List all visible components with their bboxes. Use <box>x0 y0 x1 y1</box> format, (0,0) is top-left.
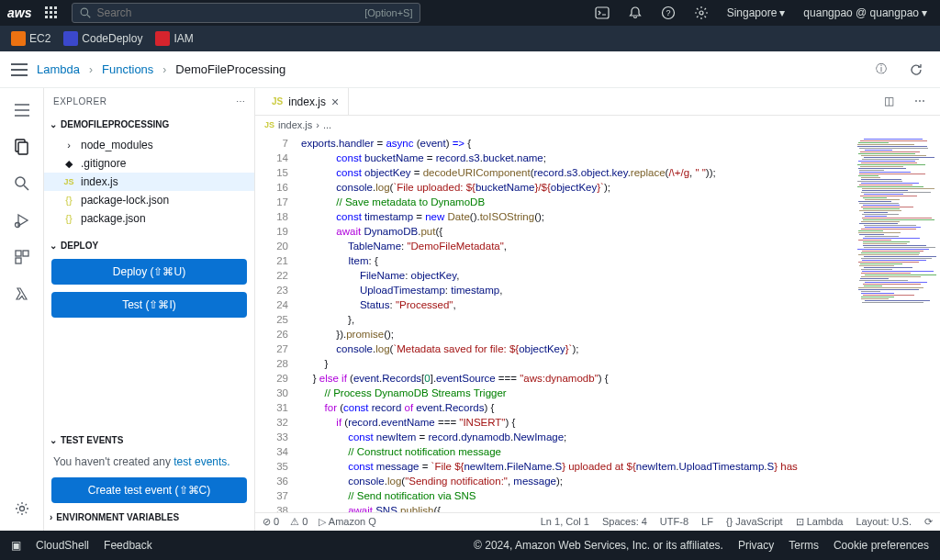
search-input[interactable] <box>96 6 359 19</box>
tree-item[interactable]: JSindex.js <box>44 173 254 191</box>
svc-ec2[interactable]: EC2 <box>7 29 54 48</box>
hamburger-icon[interactable] <box>11 63 28 76</box>
gear-icon[interactable] <box>6 492 39 525</box>
status-eol[interactable]: LF <box>701 516 713 528</box>
editor-tab-bar: JS index.js × ◫ ⋯ <box>255 88 940 116</box>
status-bell-icon[interactable]: ⟳ <box>924 516 933 528</box>
chevron-down-icon: ▾ <box>922 6 927 19</box>
refresh-icon[interactable] <box>903 57 929 83</box>
code-editor[interactable]: 7141516171819202122232425262728293031323… <box>255 134 940 512</box>
chevron-right-icon: › <box>162 63 166 76</box>
notifications-icon[interactable] <box>622 0 648 26</box>
global-search[interactable]: [Option+S] <box>72 3 420 23</box>
test-events-link[interactable]: test events. <box>173 455 229 468</box>
aws-lambda-icon[interactable] <box>6 277 39 310</box>
region-selector[interactable]: Singapore ▾ <box>722 6 791 19</box>
svg-point-9 <box>82 8 89 16</box>
split-editor-icon[interactable]: ◫ <box>876 88 901 114</box>
svg-point-17 <box>16 177 25 186</box>
svg-rect-21 <box>23 251 28 256</box>
file-icon: ◆ <box>62 158 75 170</box>
cloudshell-icon[interactable] <box>589 0 615 26</box>
extensions-icon[interactable] <box>6 241 39 274</box>
editor-tab-indexjs[interactable]: JS index.js × <box>263 88 349 115</box>
info-icon[interactable]: ⓘ <box>868 57 894 83</box>
services-grid-icon[interactable] <box>39 0 64 26</box>
env-section-header[interactable]: › ENVIRONMENT VARIABLES <box>44 507 254 527</box>
status-errors[interactable]: ⊘ 0 <box>263 516 279 528</box>
editor-breadcrumb[interactable]: JS index.js › ... <box>255 116 940 134</box>
minimap[interactable] <box>857 138 936 285</box>
tree-item[interactable]: ◆.gitignore <box>44 154 254 173</box>
testevents-section-header[interactable]: ⌄ TEST EVENTS <box>44 430 254 450</box>
status-amazon-q[interactable]: ▷ Amazon Q <box>319 516 375 528</box>
chevron-right-icon: › <box>50 512 52 522</box>
footer-cloudshell[interactable]: CloudShell <box>36 539 89 552</box>
chevron-down-icon: ⌄ <box>50 241 57 251</box>
chevron-down-icon: ⌄ <box>50 119 57 129</box>
crumb-functions[interactable]: Functions <box>102 62 153 76</box>
tree-item[interactable]: {}package.json <box>44 209 254 228</box>
svg-rect-16 <box>18 142 28 154</box>
breadcrumb-bar: Lambda › Functions › DemoFileProcessing … <box>0 51 940 88</box>
line-gutter: 7141516171819202122232425262728293031323… <box>255 134 296 512</box>
explorer-header: EXPLORER ⋯ <box>44 88 254 114</box>
folder-icon: › <box>62 140 75 151</box>
status-encoding[interactable]: UTF-8 <box>660 516 688 528</box>
tree-item[interactable]: {}package-lock.json <box>44 191 254 209</box>
aws-logo[interactable]: aws <box>7 6 31 20</box>
svg-line-10 <box>87 15 90 17</box>
more-icon[interactable]: ⋯ <box>907 88 933 114</box>
js-file-icon: JS <box>264 120 274 129</box>
account-menu[interactable]: quangpao @ quangpao ▾ <box>798 6 933 19</box>
status-spaces[interactable]: Spaces: 4 <box>602 516 647 528</box>
editor-main: JS index.js × ◫ ⋯ JS index.js › ... 7141… <box>255 88 940 531</box>
file-icon: {} <box>62 213 75 224</box>
footer-privacy[interactable]: Privacy <box>738 539 774 552</box>
svg-rect-2 <box>54 6 57 9</box>
chevron-right-icon: › <box>89 63 93 76</box>
status-layout[interactable]: Layout: U.S. <box>856 516 912 528</box>
settings-icon[interactable] <box>688 0 714 26</box>
menu-icon[interactable] <box>6 94 39 127</box>
js-file-icon: JS <box>272 96 283 106</box>
search-shortcut-hint: [Option+S] <box>364 7 412 18</box>
svg-rect-1 <box>50 6 52 9</box>
tree-item[interactable]: ›node_modules <box>44 136 254 154</box>
deploy-section-header[interactable]: ⌄ DEPLOY <box>44 235 254 255</box>
search-panel-icon[interactable] <box>6 167 39 200</box>
svg-rect-4 <box>50 11 52 14</box>
explorer-icon[interactable] <box>6 130 39 163</box>
svc-iam[interactable]: IAM <box>151 29 196 48</box>
footer-feedback[interactable]: Feedback <box>104 539 152 552</box>
crumb-lambda[interactable]: Lambda <box>37 62 80 76</box>
svc-codedeploy[interactable]: CodeDeploy <box>60 29 146 48</box>
svg-line-18 <box>24 185 28 190</box>
tree-item-label: index.js <box>81 175 118 188</box>
project-section-header[interactable]: ⌄ DEMOFILEPROCESSING <box>44 114 254 134</box>
help-icon[interactable]: ? <box>655 0 681 26</box>
code-body[interactable]: exports.handler = async (event) => { con… <box>296 134 940 512</box>
tree-item-label: package.json <box>81 212 146 225</box>
chevron-right-icon: › <box>316 119 319 130</box>
close-icon[interactable]: × <box>331 95 339 109</box>
status-lambda[interactable]: ⊡ Lambda <box>796 516 844 528</box>
file-icon: {} <box>62 195 75 206</box>
create-test-event-button[interactable]: Create test event (⇧⌘C) <box>51 477 247 503</box>
footer-cookies[interactable]: Cookie preferences <box>834 539 929 552</box>
run-debug-icon[interactable] <box>6 204 39 237</box>
footer-terms[interactable]: Terms <box>789 539 819 552</box>
editor-shell: EXPLORER ⋯ ⌄ DEMOFILEPROCESSING ›node_mo… <box>0 88 940 531</box>
footer-cloudshell-icon[interactable]: ▣ <box>11 539 21 552</box>
svg-rect-0 <box>45 6 48 9</box>
status-lncol[interactable]: Ln 1, Col 1 <box>541 516 589 528</box>
service-shortcuts-bar: EC2 CodeDeploy IAM <box>0 26 940 51</box>
status-warnings[interactable]: ⚠ 0 <box>290 516 308 528</box>
status-language[interactable]: {} JavaScript <box>726 516 783 528</box>
svg-point-23 <box>19 507 24 511</box>
more-icon[interactable]: ⋯ <box>236 96 246 106</box>
deploy-button[interactable]: Deploy (⇧⌘U) <box>51 259 247 285</box>
test-button[interactable]: Test (⇧⌘I) <box>51 292 247 318</box>
svg-text:?: ? <box>666 8 670 17</box>
testevents-empty-text: You haven't created any test events. <box>44 450 254 474</box>
